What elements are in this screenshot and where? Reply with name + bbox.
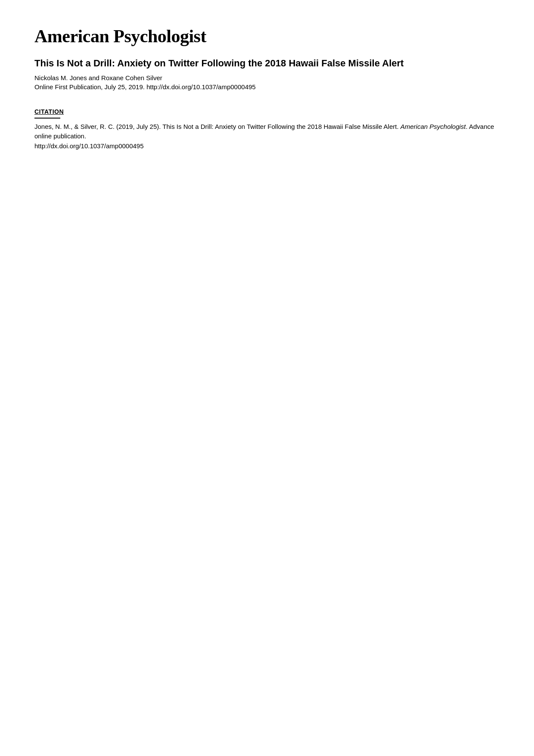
citation-divider (34, 118, 60, 119)
citation-label: CITATION (34, 108, 64, 115)
citation-text: Jones, N. M., & Silver, R. C. (2019, Jul… (34, 122, 500, 151)
publication-info: Online First Publication, July 25, 2019.… (34, 83, 500, 91)
citation-doi: http://dx.doi.org/10.1037/amp0000495 (34, 142, 144, 150)
citation-journal-italic: American Psychologist (400, 123, 466, 130)
authors: Nickolas M. Jones and Roxane Cohen Silve… (34, 74, 500, 81)
article-title: This Is Not a Drill: Anxiety on Twitter … (34, 57, 500, 70)
journal-title: American Psychologist (34, 26, 500, 47)
citation-text-part1: Jones, N. M., & Silver, R. C. (2019, Jul… (34, 123, 400, 130)
citation-section: CITATION Jones, N. M., & Silver, R. C. (… (34, 108, 500, 151)
